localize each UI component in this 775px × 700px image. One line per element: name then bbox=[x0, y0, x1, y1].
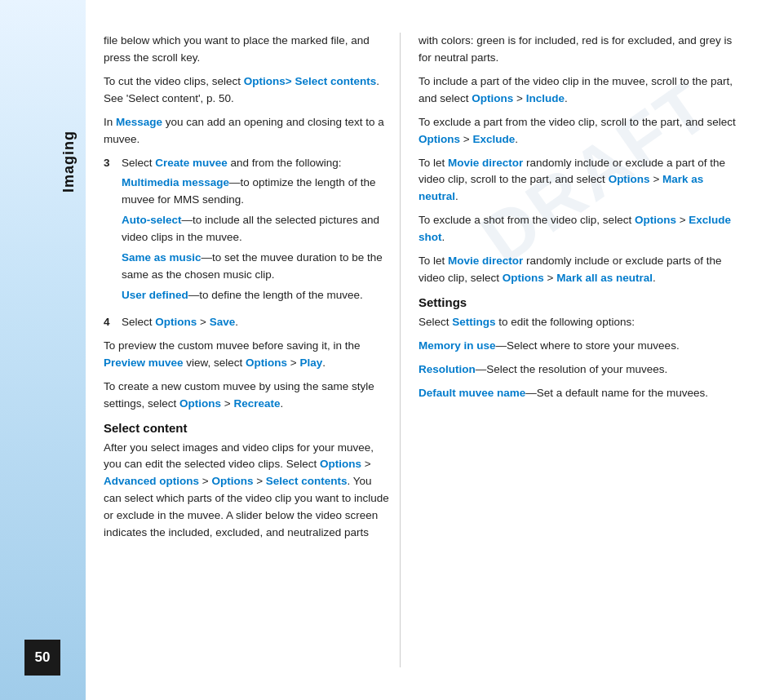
options-link: Options bbox=[244, 75, 286, 87]
step-3-content: Select Create muvee and from the followi… bbox=[122, 155, 389, 308]
colors-para: with colors: green is for included, red … bbox=[418, 33, 737, 67]
default-muvee-name-item: Default muvee name—Set a default name fo… bbox=[418, 385, 737, 402]
movie-director2-link: Movie director bbox=[448, 255, 523, 267]
step4-options-link: Options bbox=[155, 316, 197, 328]
movie-director-para: To let Movie director randomly include o… bbox=[418, 155, 737, 206]
settings-heading: Settings bbox=[418, 295, 737, 309]
memory-in-use-link: Memory in use bbox=[418, 339, 496, 352]
preview-para: To preview the custom muvee before savin… bbox=[104, 338, 389, 372]
sc-options-link: Options bbox=[320, 458, 361, 470]
select-contents-link2: Select contents bbox=[266, 475, 348, 487]
include-link: Include bbox=[526, 92, 565, 104]
options-cut-line: To cut the video clips, select Options> … bbox=[104, 73, 389, 108]
play-link: Play bbox=[299, 357, 322, 369]
recreate-link: Recreate bbox=[233, 397, 280, 410]
recreate-para: To create a new custom muvee by using th… bbox=[104, 379, 389, 413]
exclude-shot-options-link: Options bbox=[635, 214, 676, 226]
include-options-link: Options bbox=[472, 92, 513, 104]
sameasmusic-link: Same as music bbox=[122, 251, 202, 264]
exclude-link: Exclude bbox=[472, 133, 515, 145]
preview-muvee-link: Preview muvee bbox=[104, 357, 184, 369]
step-4-num: 4 bbox=[104, 314, 117, 331]
advanced-options-link: Advanced options bbox=[104, 475, 199, 487]
step4-save-link: Save bbox=[210, 316, 236, 328]
mark-all-options-link: Options bbox=[503, 272, 544, 284]
movie-director-link: Movie director bbox=[448, 157, 523, 169]
exclude-para: To exclude a part from the video clip, s… bbox=[418, 114, 737, 148]
subitem-autoselect: Auto-select—to include all the selected … bbox=[122, 212, 389, 246]
mark-all-neutral-link: Mark all as neutral bbox=[556, 272, 653, 284]
resolution-item: Resolution—Select the resolution of your… bbox=[418, 361, 737, 379]
intro-paragraph: file below which you want to place the m… bbox=[104, 33, 389, 67]
userdefined-link: User defined bbox=[122, 289, 188, 301]
sidebar-label: Imaging bbox=[60, 131, 78, 193]
exclude-shot-para: To exclude a shot from the video clip, s… bbox=[418, 212, 737, 246]
multimedia-link: Multimedia message bbox=[122, 176, 229, 188]
include-para: To include a part of the video clip in t… bbox=[418, 73, 737, 108]
exclude-options-link: Options bbox=[418, 133, 460, 145]
settings-link: Settings bbox=[452, 316, 495, 328]
step-3: 3 Select Create muvee and from the follo… bbox=[104, 155, 389, 308]
subitem-multimedia: Multimedia message—to optimize the lengt… bbox=[122, 175, 389, 209]
page-number: 50 bbox=[24, 640, 60, 676]
main-content: file below which you want to place the m… bbox=[86, 0, 775, 700]
subitem-sameasmusic: Same as music—to set the muvee duration … bbox=[122, 250, 389, 284]
sidebar: Imaging bbox=[0, 0, 86, 700]
create-muvee-link: Create muvee bbox=[155, 157, 228, 169]
step-4-content: Select Options > Save. bbox=[122, 314, 238, 331]
preview-options-link: Options bbox=[246, 357, 287, 369]
message-line: In Message you can add an opening and cl… bbox=[104, 114, 389, 148]
select-content-para: After you select images and video clips … bbox=[104, 440, 389, 543]
resolution-link: Resolution bbox=[418, 363, 476, 375]
step-3-subitems: Multimedia message—to optimize the lengt… bbox=[122, 175, 389, 303]
message-link: Message bbox=[116, 116, 162, 128]
memory-in-use-item: Memory in use—Select where to store your… bbox=[418, 338, 737, 355]
step-4: 4 Select Options > Save. bbox=[104, 314, 389, 331]
subitem-userdefined: User defined—to define the length of the… bbox=[122, 287, 389, 304]
right-column: with colors: green is for included, red … bbox=[404, 33, 755, 667]
sc-options2-link: Options bbox=[211, 475, 253, 487]
autoselect-link: Auto-select bbox=[122, 214, 182, 226]
steps-list: 3 Select Create muvee and from the follo… bbox=[104, 155, 389, 331]
settings-intro: Select Settings to edit the following op… bbox=[418, 314, 737, 331]
select-contents-link: > Select contents bbox=[286, 75, 376, 87]
recreate-options-link: Options bbox=[179, 397, 221, 410]
default-muvee-name-link: Default muvee name bbox=[418, 387, 525, 399]
select-content-heading: Select content bbox=[104, 421, 389, 435]
intro-text: file below which you want to place the m… bbox=[104, 34, 370, 64]
step-3-num: 3 bbox=[104, 155, 117, 308]
left-column: file below which you want to place the m… bbox=[86, 33, 404, 667]
neutral-options-link: Options bbox=[609, 173, 650, 185]
mark-all-para: To let Movie director randomly include o… bbox=[418, 253, 737, 287]
